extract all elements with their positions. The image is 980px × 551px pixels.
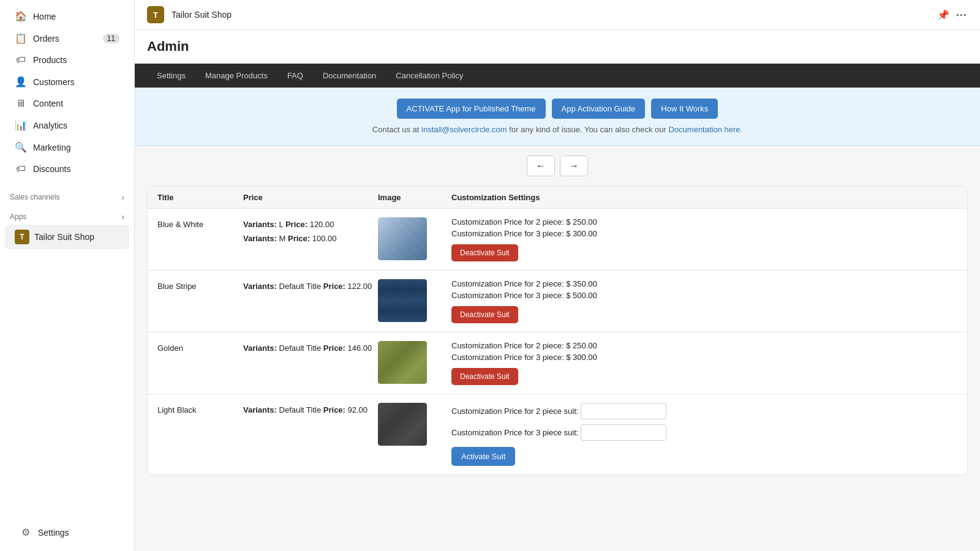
sidebar-item-products[interactable]: 🏷 Products bbox=[5, 50, 129, 70]
topbar-logo: T bbox=[147, 6, 164, 23]
orders-badge: 11 bbox=[103, 34, 119, 43]
product-title-blue-stripe: Blue Stripe bbox=[157, 279, 243, 291]
table-header: Title Price Image Customization Settings bbox=[148, 187, 967, 209]
col-image: Image bbox=[378, 193, 451, 202]
pagination-bar: ← → bbox=[135, 146, 980, 186]
sidebar-item-label: Analytics bbox=[33, 121, 67, 130]
content-icon: 🖥 bbox=[15, 98, 27, 109]
fabric-image-blue bbox=[378, 217, 427, 260]
product-price-golden: Variants: Default Title Price: 146.00 bbox=[243, 341, 378, 355]
home-icon: 🏠 bbox=[15, 10, 27, 22]
col-customization: Customization Settings bbox=[451, 193, 957, 202]
sales-channels-arrow[interactable]: › bbox=[121, 192, 124, 202]
sidebar-item-discounts[interactable]: 🏷 Discounts bbox=[5, 159, 129, 179]
banner-contact-info: Contact us at install@solvercircle.com f… bbox=[372, 125, 742, 134]
topbar-shop-name: Tailor Suit Shop bbox=[172, 10, 232, 20]
topbar: T Tailor Suit Shop 📌 ⋯ bbox=[135, 0, 980, 30]
fabric-image-stripe bbox=[378, 279, 427, 322]
sidebar-item-label: Home bbox=[33, 12, 56, 21]
customization-blue-white: Customization Price for 2 piece: $ 250.0… bbox=[451, 217, 957, 261]
sidebar-settings-section: ⚙ Settings bbox=[0, 514, 134, 551]
product-image-golden bbox=[378, 341, 427, 384]
cust-price-2: Customization Price for 2 piece: $ 350.0… bbox=[451, 279, 957, 288]
table-row: Golden Variants: Default Title Price: 14… bbox=[148, 332, 967, 394]
sales-channels-label: Sales channels bbox=[10, 193, 59, 201]
product-title-light-black: Light Black bbox=[157, 403, 243, 414]
product-price-light-black: Variants: Default Title Price: 92.00 bbox=[243, 403, 378, 417]
sidebar-item-home[interactable]: 🏠 Home bbox=[5, 6, 129, 27]
sidebar-item-analytics[interactable]: 📊 Analytics bbox=[5, 114, 129, 136]
cust-price-2: Customization Price for 2 piece: $ 250.0… bbox=[451, 341, 957, 350]
activate-suit-button[interactable]: Activate Suit bbox=[451, 447, 515, 466]
analytics-icon: 📊 bbox=[15, 119, 27, 131]
customization-light-black: Customization Price for 2 piece suit: Cu… bbox=[451, 403, 957, 466]
customers-icon: 👤 bbox=[15, 76, 27, 88]
pin-icon[interactable]: 📌 bbox=[937, 9, 949, 21]
deactivate-blue-stripe-button[interactable]: Deactivate Suit bbox=[451, 306, 518, 323]
nav-item-manage-products[interactable]: Manage Products bbox=[195, 64, 277, 88]
table-row: Blue Stripe Variants: Default Title Pric… bbox=[148, 271, 967, 332]
cust-input-2-piece[interactable] bbox=[581, 403, 666, 419]
product-price-blue-white: Variants: L Price: 120.00 Variants: M Pr… bbox=[243, 217, 378, 246]
app-logo-icon: T bbox=[15, 230, 29, 244]
cust-price-3: Customization Price for 3 piece: $ 300.0… bbox=[451, 353, 957, 362]
sidebar-item-label: Content bbox=[33, 99, 63, 108]
sidebar-item-marketing[interactable]: 🔍 Marketing bbox=[5, 137, 129, 158]
how-it-works-button[interactable]: How It Works bbox=[651, 99, 718, 119]
table-row: Blue & White Variants: L Price: 120.00 V… bbox=[148, 209, 967, 271]
apps-arrow[interactable]: › bbox=[121, 212, 124, 222]
sidebar-item-label: Orders bbox=[33, 34, 59, 43]
contact-text: Contact us at bbox=[372, 125, 420, 134]
deactivate-golden-button[interactable]: Deactivate Suit bbox=[451, 368, 518, 385]
product-title-golden: Golden bbox=[157, 341, 243, 353]
content-area: ACTIVATE App for Published Theme App Act… bbox=[135, 88, 980, 551]
marketing-icon: 🔍 bbox=[15, 141, 27, 153]
table-row: Light Black Variants: Default Title Pric… bbox=[148, 394, 967, 474]
sidebar-item-content[interactable]: 🖥 Content bbox=[5, 93, 129, 114]
cust-input-3-piece[interactable] bbox=[581, 424, 666, 441]
product-image-blue-white bbox=[378, 217, 427, 260]
apps-label: Apps bbox=[10, 212, 26, 221]
col-title: Title bbox=[157, 193, 243, 202]
cust-price-3: Customization Price for 3 piece: $ 300.0… bbox=[451, 229, 957, 238]
deactivate-blue-white-button[interactable]: Deactivate Suit bbox=[451, 244, 518, 261]
nav-item-documentation[interactable]: Documentation bbox=[313, 64, 386, 88]
sidebar-item-label: Customers bbox=[33, 77, 75, 87]
next-page-button[interactable]: → bbox=[560, 156, 588, 176]
sidebar-item-orders[interactable]: 📋 Orders 11 bbox=[5, 28, 129, 49]
app-name-label: Tailor Suit Shop bbox=[34, 232, 94, 242]
orders-icon: 📋 bbox=[15, 32, 27, 44]
main-area: T Tailor Suit Shop 📌 ⋯ Admin Settings Ma… bbox=[135, 0, 980, 551]
contact-email-link[interactable]: install@solvercircle.com bbox=[421, 125, 509, 134]
sales-channels-section: Sales channels › bbox=[0, 185, 134, 204]
banner-buttons: ACTIVATE App for Published Theme App Act… bbox=[397, 99, 718, 119]
cust-price-2: Customization Price for 2 piece: $ 250.0… bbox=[451, 217, 957, 227]
activate-app-button[interactable]: ACTIVATE App for Published Theme bbox=[397, 99, 546, 119]
sidebar-item-label: Products bbox=[33, 55, 67, 65]
nav-item-faq[interactable]: FAQ bbox=[277, 64, 313, 88]
sidebar: 🏠 Home 📋 Orders 11 🏷 Products 👤 Customer… bbox=[0, 0, 135, 551]
cust-label-3: Customization Price for 3 piece suit: bbox=[451, 424, 957, 441]
app-nav: Settings Manage Products FAQ Documentati… bbox=[135, 64, 980, 88]
topbar-actions: 📌 ⋯ bbox=[937, 8, 968, 21]
prev-page-button[interactable]: ← bbox=[527, 156, 555, 176]
products-table: Title Price Image Customization Settings… bbox=[147, 186, 968, 475]
settings-icon: ⚙ bbox=[20, 527, 32, 538]
more-icon[interactable]: ⋯ bbox=[956, 8, 968, 21]
documentation-link[interactable]: Documentation here. bbox=[668, 125, 742, 134]
nav-item-settings[interactable]: Settings bbox=[147, 64, 195, 88]
sidebar-app-tailor[interactable]: T Tailor Suit Shop bbox=[5, 225, 129, 249]
sidebar-item-label: Discounts bbox=[33, 164, 70, 174]
product-title-blue-white: Blue & White bbox=[157, 217, 243, 229]
col-price: Price bbox=[243, 193, 378, 202]
sidebar-item-settings[interactable]: ⚙ Settings bbox=[10, 522, 124, 543]
customization-golden: Customization Price for 2 piece: $ 250.0… bbox=[451, 341, 957, 385]
cust-label-2: Customization Price for 2 piece suit: bbox=[451, 403, 957, 419]
nav-item-cancellation[interactable]: Cancellation Policy bbox=[386, 64, 473, 88]
sidebar-item-customers[interactable]: 👤 Customers bbox=[5, 71, 129, 92]
discounts-icon: 🏷 bbox=[15, 163, 27, 174]
activation-guide-button[interactable]: App Activation Guide bbox=[552, 99, 646, 119]
activation-banner: ACTIVATE App for Published Theme App Act… bbox=[135, 88, 980, 146]
page-title-bar: Admin bbox=[135, 30, 980, 64]
contact-suffix: for any kind of issue. You can also chec… bbox=[509, 125, 666, 134]
